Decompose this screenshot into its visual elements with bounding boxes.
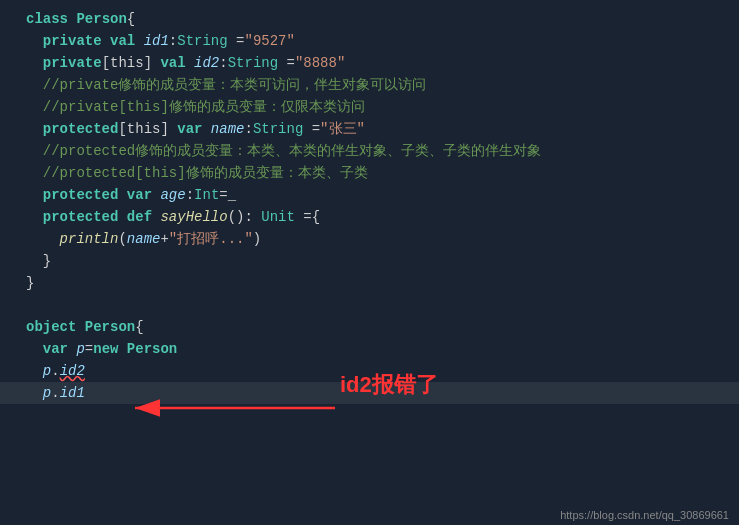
code-line: //protected修饰的成员变量：本类、本类的伴生对象、子类、子类的伴生对象 [0,140,739,162]
code-line [0,294,739,316]
code-line: private val id1:String ="9527" [0,30,739,52]
annotation-text: id2报错了 [340,370,438,400]
code-line: //private[this]修饰的成员变量：仅限本类访问 [0,96,739,118]
code-line: protected[this] var name:String ="张三" [0,118,739,140]
code-block: class Person{ private val id1:String ="9… [0,0,739,412]
footer-url: https://blog.csdn.net/qq_30869661 [560,509,729,521]
code-line: private[this] val id2:String ="8888" [0,52,739,74]
code-line: } [0,272,739,294]
code-line: //protected[this]修饰的成员变量：本类、子类 [0,162,739,184]
code-line: } [0,250,739,272]
code-line: //private修饰的成员变量：本类可访问，伴生对象可以访问 [0,74,739,96]
annotation-arrow [115,388,345,428]
code-line: protected def sayHello(): Unit ={ [0,206,739,228]
code-line: var p=new Person [0,338,739,360]
code-line: object Person{ [0,316,739,338]
code-line: println(name+"打招呼...") [0,228,739,250]
code-line: protected var age:Int=_ [0,184,739,206]
code-line: class Person{ [0,8,739,30]
